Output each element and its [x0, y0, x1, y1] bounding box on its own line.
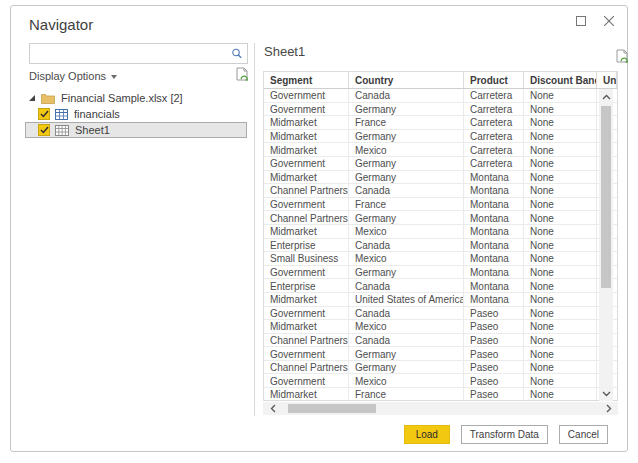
scroll-down-button[interactable] [599, 386, 613, 401]
table-cell: Midmarket [264, 171, 349, 184]
table-cell: Government [264, 374, 349, 387]
table-cell: Montana [464, 198, 524, 211]
table-cell: Carretera [464, 103, 524, 116]
table-cell: France [349, 198, 464, 211]
vertical-scrollbar-thumb[interactable] [601, 106, 611, 288]
table-icon [55, 109, 68, 120]
pane-divider [254, 43, 255, 416]
scroll-up-button[interactable] [599, 89, 613, 104]
table-cell: Germany [349, 266, 464, 279]
table-cell: None [524, 388, 597, 401]
table-cell: None [524, 103, 597, 116]
table-cell: Mexico [349, 374, 464, 387]
vertical-scrollbar[interactable] [599, 89, 613, 401]
chevron-down-icon [602, 391, 611, 397]
dialog-footer: Load Transform Data Cancel [404, 425, 608, 444]
display-options-dropdown[interactable]: Display Options [29, 70, 117, 82]
maximize-icon [576, 16, 586, 26]
tree-item-label: Financial Sample.xlsx [2] [61, 92, 183, 104]
table-cell: Channel Partners [264, 334, 349, 347]
table-cell: France [349, 388, 464, 401]
table-cell: None [524, 143, 597, 156]
checkmark-icon [40, 126, 49, 134]
table-cell: Canada [349, 279, 464, 292]
table-cell: Carretera [464, 116, 524, 129]
table-cell: Mexico [349, 225, 464, 238]
table-cell: None [524, 374, 597, 387]
table-cell: Carretera [464, 143, 524, 156]
preview-title: Sheet1 [264, 44, 305, 59]
table-row: EnterpriseCanadaMontanaNone [264, 239, 617, 253]
cancel-button[interactable]: Cancel [559, 425, 608, 444]
table-row: GovernmentGermanyMontanaNone [264, 266, 617, 280]
table-cell: Montana [464, 252, 524, 265]
table-cell: Mexico [349, 143, 464, 156]
sheet1-checkbox[interactable] [38, 124, 50, 136]
table-cell: Midmarket [264, 143, 349, 156]
table-row: GovernmentCanadaPaseoNone [264, 307, 617, 321]
scroll-left-button[interactable] [265, 402, 280, 415]
tree-item-financials[interactable]: financials [25, 106, 247, 122]
load-button[interactable]: Load [404, 425, 450, 444]
navigator-tree: Financial Sample.xlsx [2] financials [25, 90, 247, 138]
table-cell: Government [264, 198, 349, 211]
table-cell: Germany [349, 157, 464, 170]
table-cell: Germany [349, 361, 464, 374]
search-input[interactable] [30, 44, 229, 63]
table-cell: Montana [464, 171, 524, 184]
table-cell: None [524, 130, 597, 143]
table-cell: None [524, 157, 597, 170]
table-row: MidmarketMexicoMontanaNone [264, 225, 617, 239]
display-options-label: Display Options [29, 70, 106, 82]
refresh-page-icon [615, 49, 629, 65]
table-cell: Montana [464, 279, 524, 292]
table-cell: Canada [349, 184, 464, 197]
worksheet-icon [55, 125, 69, 136]
tree-item-sheet1[interactable]: Sheet1 [25, 122, 247, 138]
refresh-preview-button-left[interactable] [235, 67, 249, 87]
horizontal-scrollbar[interactable] [263, 402, 618, 415]
table-cell: Enterprise [264, 279, 349, 292]
table-cell: Paseo [464, 334, 524, 347]
table-header-row: Segment Country Product Discount Band Un… [264, 72, 617, 89]
transform-data-button[interactable]: Transform Data [461, 425, 548, 444]
folder-icon [41, 93, 55, 104]
table-cell: Government [264, 89, 349, 102]
table-row: GovernmentGermanyPaseoNone [264, 347, 617, 361]
close-button[interactable] [601, 13, 617, 29]
table-cell: Carretera [464, 157, 524, 170]
table-cell: Government [264, 157, 349, 170]
table-row: GovernmentMexicoPaseoNone [264, 374, 617, 388]
table-cell: Channel Partners [264, 184, 349, 197]
tree-expand-icon[interactable] [28, 94, 36, 102]
table-row: GovernmentGermanyCarreteraNone [264, 157, 617, 171]
scroll-right-button[interactable] [601, 402, 616, 415]
maximize-button[interactable] [573, 13, 589, 29]
table-cell: Paseo [464, 374, 524, 387]
column-header: Discount Band [524, 72, 597, 88]
table-cell: Montana [464, 211, 524, 224]
refresh-preview-button-right[interactable] [615, 49, 629, 69]
table-cell: None [524, 225, 597, 238]
table-row: MidmarketUnited States of AmericaMontana… [264, 293, 617, 307]
financials-checkbox[interactable] [38, 108, 50, 120]
horizontal-scrollbar-thumb[interactable] [288, 404, 376, 413]
table-cell: Midmarket [264, 225, 349, 238]
search-icon[interactable] [229, 46, 245, 62]
table-cell: None [524, 211, 597, 224]
table-cell: None [524, 307, 597, 320]
table-cell: Channel Partners [264, 211, 349, 224]
table-row: MidmarketGermanyCarreteraNone [264, 130, 617, 144]
table-cell: Canada [349, 89, 464, 102]
table-cell: None [524, 293, 597, 306]
table-cell: None [524, 320, 597, 333]
tree-item-workbook[interactable]: Financial Sample.xlsx [2] [25, 90, 247, 106]
table-cell: Government [264, 103, 349, 116]
table-cell: Montana [464, 225, 524, 238]
table-row: MidmarketFranceCarreteraNone [264, 116, 617, 130]
preview-table: Segment Country Product Discount Band Un… [263, 71, 618, 401]
table-cell: None [524, 184, 597, 197]
table-cell: Enterprise [264, 239, 349, 252]
table-cell: Montana [464, 184, 524, 197]
table-cell: Midmarket [264, 388, 349, 401]
